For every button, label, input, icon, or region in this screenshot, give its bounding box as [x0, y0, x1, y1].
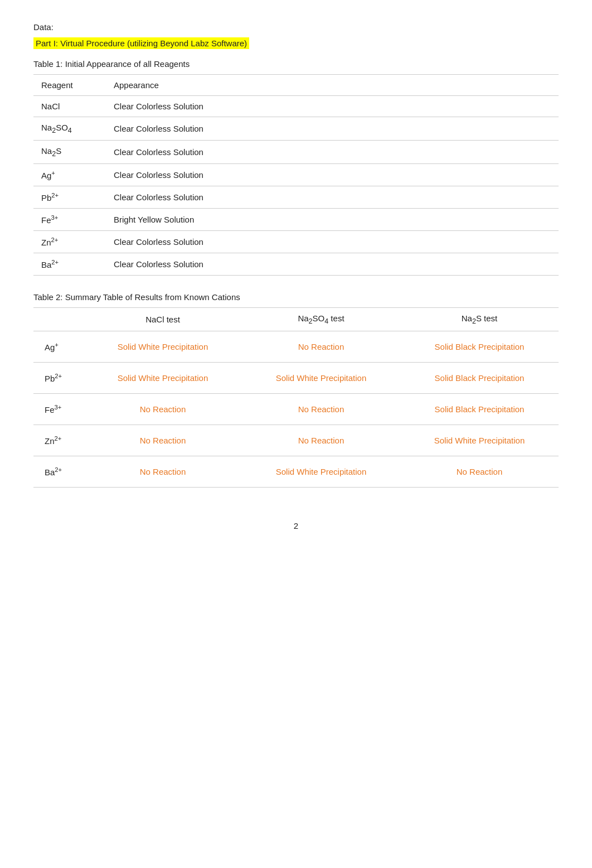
table-row: Na2SClear Colorless Solution: [33, 141, 559, 164]
table-row: Ba2+Clear Colorless Solution: [33, 253, 559, 276]
result-cell: No Reaction: [242, 425, 400, 456]
appearance-cell: Clear Colorless Solution: [106, 96, 559, 117]
part-header: Part I: Virtual Procedure (utilizing Bey…: [33, 37, 249, 49]
table-row: Zn2+Clear Colorless Solution: [33, 231, 559, 253]
result-cell: No Reaction: [242, 394, 400, 425]
table-row: Fe3+Bright Yellow Solution: [33, 209, 559, 231]
table-row: Ag+Clear Colorless Solution: [33, 164, 559, 186]
table1-title: Table 1: Initial Appearance of all Reage…: [33, 59, 559, 69]
table2-title: Table 2: Summary Table of Results from K…: [33, 292, 559, 302]
table2-header-cell: Na2SO4 test: [242, 308, 400, 331]
appearance-cell: Clear Colorless Solution: [106, 186, 559, 209]
result-cell: Solid White Precipitation: [84, 331, 242, 363]
reagent-cell: Ba2+: [33, 253, 106, 276]
result-cell: Solid White Precipitation: [84, 363, 242, 394]
table2-header-cell: [33, 308, 84, 331]
table-row: Fe3+No ReactionNo ReactionSolid Black Pr…: [33, 394, 559, 425]
reagent-cell: NaCl: [33, 96, 106, 117]
table-row: Ba2+No ReactionSolid White Precipitation…: [33, 456, 559, 488]
table-row: Na2SO4Clear Colorless Solution: [33, 117, 559, 141]
table1-header-cell: Reagent: [33, 75, 106, 96]
result-cell: No Reaction: [400, 456, 559, 488]
table-row: Zn2+No ReactionNo ReactionSolid White Pr…: [33, 425, 559, 456]
result-cell: No Reaction: [84, 456, 242, 488]
result-cell: No Reaction: [84, 425, 242, 456]
result-cell: Solid White Precipitation: [400, 425, 559, 456]
reagent-cell: Zn2+: [33, 231, 106, 253]
appearance-cell: Bright Yellow Solution: [106, 209, 559, 231]
cation-cell: Pb2+: [33, 363, 84, 394]
reagent-cell: Pb2+: [33, 186, 106, 209]
cation-cell: Ba2+: [33, 456, 84, 488]
table1-header-cell: Appearance: [106, 75, 559, 96]
reagent-cell: Na2S: [33, 141, 106, 164]
table2-header-cell: NaCl test: [84, 308, 242, 331]
table1: ReagentAppearanceNaClClear Colorless Sol…: [33, 74, 559, 276]
result-cell: No Reaction: [242, 331, 400, 363]
result-cell: Solid Black Precipitation: [400, 331, 559, 363]
page-number: 2: [33, 521, 559, 531]
reagent-cell: Ag+: [33, 164, 106, 186]
appearance-cell: Clear Colorless Solution: [106, 164, 559, 186]
appearance-cell: Clear Colorless Solution: [106, 141, 559, 164]
table2: NaCl testNa2SO4 testNa2S testAg+Solid Wh…: [33, 307, 559, 488]
table2-header-cell: Na2S test: [400, 308, 559, 331]
result-cell: Solid Black Precipitation: [400, 363, 559, 394]
appearance-cell: Clear Colorless Solution: [106, 253, 559, 276]
data-label: Data:: [33, 22, 559, 32]
cation-cell: Zn2+: [33, 425, 84, 456]
result-cell: No Reaction: [84, 394, 242, 425]
cation-cell: Fe3+: [33, 394, 84, 425]
cation-cell: Ag+: [33, 331, 84, 363]
reagent-cell: Fe3+: [33, 209, 106, 231]
appearance-cell: Clear Colorless Solution: [106, 117, 559, 141]
table-row: Pb2+Clear Colorless Solution: [33, 186, 559, 209]
result-cell: Solid White Precipitation: [242, 363, 400, 394]
appearance-cell: Clear Colorless Solution: [106, 231, 559, 253]
table-row: NaClClear Colorless Solution: [33, 96, 559, 117]
table-row: Pb2+Solid White PrecipitationSolid White…: [33, 363, 559, 394]
reagent-cell: Na2SO4: [33, 117, 106, 141]
result-cell: Solid White Precipitation: [242, 456, 400, 488]
result-cell: Solid Black Precipitation: [400, 394, 559, 425]
table-row: Ag+Solid White PrecipitationNo ReactionS…: [33, 331, 559, 363]
